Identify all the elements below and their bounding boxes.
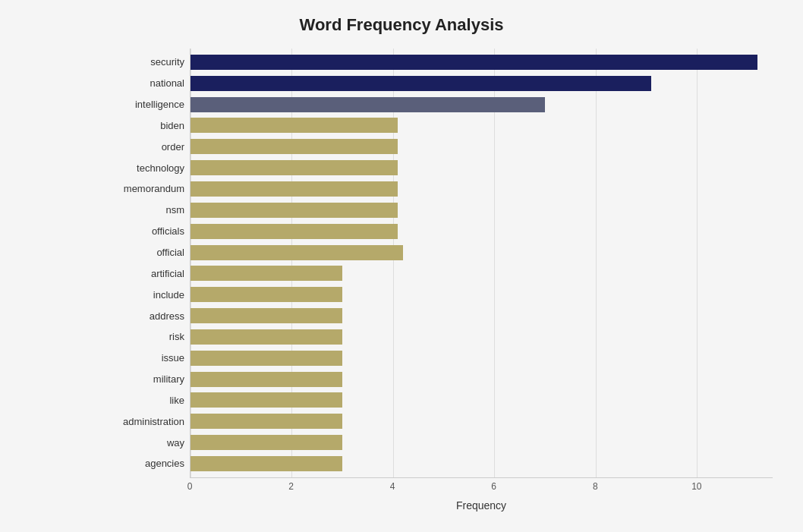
bar-row: officials (191, 221, 773, 242)
bar-row: official (191, 242, 773, 263)
bar-row: administration (191, 411, 773, 432)
bar-fill (191, 76, 651, 91)
bar-label: intelligence (103, 99, 191, 110)
x-tick: 0 (187, 481, 193, 492)
bar-fill (191, 181, 398, 197)
bar-fill (191, 97, 545, 112)
x-tick: 10 (691, 481, 701, 492)
bar-fill (191, 245, 403, 260)
bar-fill (191, 414, 342, 429)
bar-label: risk (103, 331, 191, 342)
bar-label: national (103, 77, 191, 89)
bar-label: military (103, 373, 191, 385)
bar-fill (191, 118, 398, 133)
bar-label: address (103, 310, 191, 322)
bar-label: memorandum (103, 183, 191, 194)
bar-fill (191, 224, 398, 239)
x-axis-label: Frequency (190, 499, 773, 512)
bar-fill (191, 329, 342, 345)
bar-label: artificial (103, 268, 191, 279)
x-tick: 8 (593, 481, 598, 492)
bar-row: artificial (191, 263, 773, 284)
bar-fill (191, 372, 342, 387)
bar-row: biden (191, 115, 773, 137)
bar-label: technology (103, 162, 191, 174)
bar-fill (191, 266, 342, 281)
bar-row: memorandum (191, 178, 773, 200)
x-tick: 4 (390, 481, 395, 492)
bar-row: way (191, 432, 773, 453)
bar-label: issue (103, 352, 191, 364)
bar-row: nsm (191, 200, 773, 221)
bar-row: agencies (191, 453, 773, 474)
bar-fill (191, 287, 342, 302)
bar-row: national (191, 73, 773, 94)
bar-label: nsm (103, 204, 191, 216)
bar-label: officials (103, 225, 191, 237)
bar-row: military (191, 369, 773, 390)
bar-label: order (103, 141, 191, 153)
bar-label: security (103, 56, 191, 68)
bar-fill (191, 456, 342, 471)
bar-label: official (103, 247, 191, 258)
bar-fill (191, 55, 757, 70)
bar-row: issue (191, 348, 773, 369)
x-tick: 2 (288, 481, 294, 492)
bar-row: order (191, 136, 773, 157)
bar-label: agencies (103, 458, 191, 469)
bar-row: risk (191, 326, 773, 348)
bar-label: biden (103, 120, 191, 131)
bar-label: include (103, 289, 191, 301)
chart-container: Word Frequency Analysis securitynational… (0, 0, 803, 532)
bar-row: include (191, 284, 773, 305)
bar-fill (191, 351, 342, 366)
x-tick: 6 (491, 481, 496, 492)
bar-row: technology (191, 157, 773, 178)
bar-row: security (191, 52, 773, 73)
bar-label: way (103, 437, 191, 449)
bar-label: like (103, 395, 191, 406)
bar-fill (191, 435, 342, 450)
bar-fill (191, 160, 398, 175)
bar-fill (191, 308, 342, 323)
bar-fill (191, 392, 342, 408)
bar-row: address (191, 305, 773, 326)
bar-fill (191, 139, 398, 154)
bar-fill (191, 203, 398, 218)
bar-row: intelligence (191, 94, 773, 115)
chart-title: Word Frequency Analysis (30, 15, 773, 35)
bar-label: administration (103, 416, 191, 427)
bar-row: like (191, 390, 773, 411)
